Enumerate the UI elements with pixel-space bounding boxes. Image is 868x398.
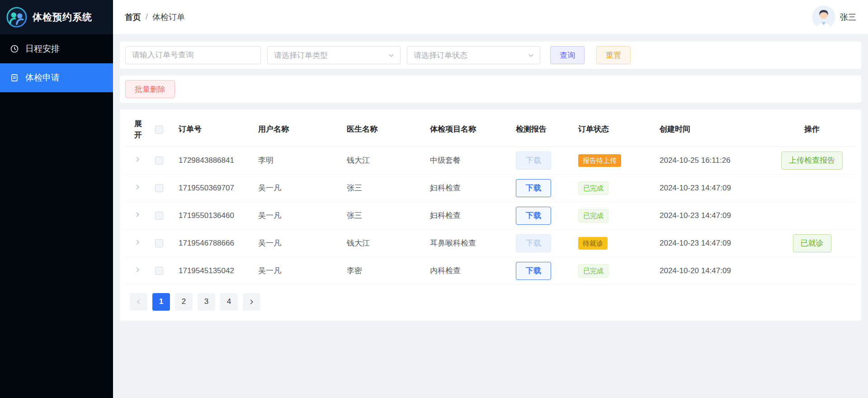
reset-button[interactable]: 重置: [596, 46, 631, 64]
user-name-cell: 李明: [255, 147, 343, 174]
order-status-select-placeholder: 请选择订单状态: [414, 50, 467, 61]
table-row: 1719550136460 吴一凡 张三 妇科检查 下载 已完成 2024-10…: [125, 202, 856, 229]
main-area: 首页 / 体检订单 张三 请选择订单类型: [113, 0, 868, 398]
download-report-button[interactable]: 下载: [516, 207, 551, 225]
download-report-button: 下载: [516, 234, 551, 252]
chevron-down-icon: [388, 52, 395, 59]
table-row: 1729843886841 李明 钱大江 中级套餐 下载 报告待上传 2024-…: [125, 147, 856, 174]
order-no-cell: 1719546788666: [175, 229, 255, 257]
order-no-cell: 1719550369707: [175, 174, 255, 202]
header-created-time: 创建时间: [656, 113, 768, 147]
row-checkbox[interactable]: [155, 156, 163, 165]
batch-delete-button[interactable]: 批量删除: [125, 80, 175, 98]
created-time-cell: 2024-10-23 14:47:09: [656, 174, 768, 202]
app-logo-area: 体检预约系统: [0, 0, 113, 34]
order-no-cell: 1719550136460: [175, 202, 255, 229]
sidebar-item-checkup-application[interactable]: 体检申请: [0, 63, 113, 92]
order-status-badge: 报告待上传: [578, 154, 621, 167]
header-order-no: 订单号: [175, 113, 255, 147]
order-status-badge: 已完成: [578, 181, 609, 195]
header-user-name: 用户名称: [255, 113, 343, 147]
table-row: 1719546788666 吴一凡 钱大江 耳鼻喉科检查 下载 待就诊 2024…: [125, 229, 856, 257]
sidebar-item-schedule[interactable]: 日程安排: [0, 34, 113, 63]
app-title: 体检预约系统: [33, 11, 92, 24]
table-toolbar: 批量删除: [120, 76, 861, 103]
checkup-item-cell: 内科检查: [426, 257, 512, 284]
query-button[interactable]: 查询: [550, 46, 585, 64]
content: 请选择订单类型 请选择订单状态 查询 重置 批量删除: [113, 34, 868, 398]
clock-icon: [10, 44, 19, 53]
pagination: 1 2 3 4: [130, 293, 856, 311]
breadcrumb-home[interactable]: 首页: [125, 12, 141, 23]
table-row: 1719545135042 吴一凡 李密 内科检查 下载 已完成 2024-10…: [125, 257, 856, 284]
checkup-item-cell: 耳鼻喉科检查: [426, 229, 512, 257]
order-type-select-placeholder: 请选择订单类型: [274, 50, 328, 61]
user-name-cell: 吴一凡: [255, 229, 343, 257]
sidebar: 体检预约系统 日程安排 体检申请: [0, 0, 113, 398]
breadcrumb-separator: /: [146, 12, 148, 22]
expand-row-icon[interactable]: [134, 211, 141, 218]
row-checkbox[interactable]: [155, 239, 163, 247]
header-order-status: 订单状态: [575, 113, 656, 147]
page-button-3[interactable]: 3: [198, 293, 215, 311]
row-checkbox[interactable]: [155, 184, 163, 192]
visited-button[interactable]: 已就诊: [793, 234, 831, 252]
table-header-row: 展开 订单号 用户名称 医生名称 体检项目名称 检测报告 订单状态 创建时间 操…: [125, 113, 856, 147]
page-button-2[interactable]: 2: [175, 293, 193, 311]
select-all-checkbox[interactable]: [155, 126, 163, 134]
checkup-item-cell: 妇科检查: [426, 202, 512, 229]
order-type-select[interactable]: 请选择订单类型: [267, 46, 401, 64]
breadcrumb-current: 体检订单: [152, 12, 185, 23]
app-logo-icon: [6, 7, 27, 28]
row-checkbox[interactable]: [155, 267, 163, 275]
created-time-cell: 2024-10-20 14:47:09: [656, 257, 768, 284]
document-icon: [10, 73, 19, 82]
user-menu[interactable]: 张三: [812, 5, 856, 29]
doctor-name-cell: 李密: [343, 257, 426, 284]
created-time-cell: 2024-10-25 16:11:26: [656, 147, 768, 174]
expand-row-icon[interactable]: [134, 184, 141, 190]
order-status-select[interactable]: 请选择订单状态: [407, 46, 540, 64]
doctor-name-cell: 张三: [343, 174, 426, 202]
expand-row-icon[interactable]: [134, 266, 141, 273]
chevron-down-icon: [528, 52, 534, 59]
order-number-input[interactable]: [125, 46, 261, 64]
order-status-badge: 已完成: [578, 209, 609, 223]
user-name-cell: 吴一凡: [255, 174, 343, 202]
header-report: 检测报告: [512, 113, 575, 147]
header-actions: 操作: [768, 113, 856, 147]
sidebar-menu: 日程安排 体检申请: [0, 34, 113, 92]
created-time-cell: 2024-10-23 14:47:09: [656, 229, 768, 257]
doctor-name-cell: 钱大江: [343, 147, 426, 174]
order-status-badge: 已完成: [578, 264, 609, 278]
header-checkup-item: 体检项目名称: [426, 113, 512, 147]
row-checkbox[interactable]: [155, 212, 163, 220]
expand-row-icon[interactable]: [134, 239, 141, 246]
user-name-cell: 吴一凡: [255, 257, 343, 284]
order-no-cell: 1729843886841: [175, 147, 255, 174]
prev-page-button: [130, 293, 147, 311]
download-report-button[interactable]: 下载: [516, 179, 551, 197]
breadcrumb: 首页 / 体检订单: [125, 12, 185, 23]
upload-report-button[interactable]: 上传检查报告: [781, 152, 843, 170]
page-button-4[interactable]: 4: [220, 293, 238, 311]
doctor-name-cell: 张三: [343, 202, 426, 229]
sidebar-item-label: 体检申请: [25, 72, 60, 84]
user-name-cell: 吴一凡: [255, 202, 343, 229]
order-status-badge: 待就诊: [578, 237, 608, 250]
orders-table: 展开 订单号 用户名称 医生名称 体检项目名称 检测报告 订单状态 创建时间 操…: [125, 113, 856, 285]
next-page-button[interactable]: [243, 293, 260, 311]
download-report-button: 下载: [516, 152, 551, 170]
download-report-button[interactable]: 下载: [516, 262, 551, 280]
orders-table-card: 展开 订单号 用户名称 医生名称 体检项目名称 检测报告 订单状态 创建时间 操…: [120, 109, 861, 321]
checkup-item-cell: 妇科检查: [426, 174, 512, 202]
checkup-item-cell: 中级套餐: [426, 147, 512, 174]
expand-row-icon[interactable]: [134, 156, 141, 163]
page-button-1[interactable]: 1: [152, 293, 170, 311]
topbar: 首页 / 体检订单 张三: [113, 0, 868, 34]
filter-bar: 请选择订单类型 请选择订单状态 查询 重置: [120, 42, 861, 69]
doctor-name-cell: 钱大江: [343, 229, 426, 257]
username: 张三: [840, 12, 856, 23]
sidebar-item-label: 日程安排: [25, 43, 60, 55]
order-no-cell: 1719545135042: [175, 257, 255, 284]
